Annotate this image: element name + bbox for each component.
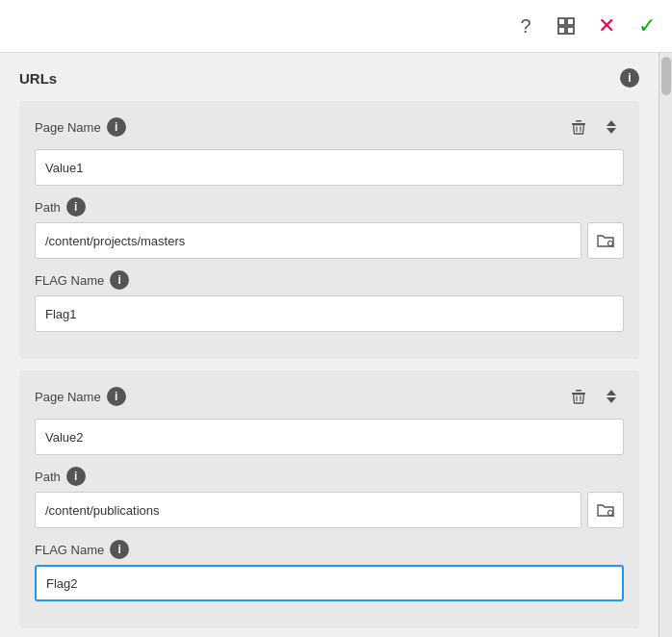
block1-path-info[interactable]: i: [66, 197, 86, 217]
help-icon[interactable]: ?: [512, 13, 539, 39]
block2-page-name-input[interactable]: [35, 419, 624, 455]
block2-page-name-info[interactable]: i: [107, 387, 126, 406]
svg-rect-2: [558, 27, 565, 34]
block1-flag-field: [35, 295, 624, 332]
block2-delete-icon[interactable]: [566, 384, 591, 409]
block1-path-label-row: Path i: [35, 197, 624, 217]
block2-path-field: [35, 492, 624, 528]
block2-path-label-row: Path i: [35, 467, 624, 486]
svg-rect-3: [567, 27, 574, 34]
block2-path-input[interactable]: [35, 492, 582, 528]
block1-delete-icon[interactable]: [566, 115, 591, 140]
block2-folder-browse-btn[interactable]: [587, 492, 624, 528]
svg-point-18: [608, 511, 613, 516]
top-bar: ? ✕ ✓: [0, 0, 672, 53]
block1-page-name-input[interactable]: [35, 149, 624, 186]
block1-path-input[interactable]: [35, 222, 582, 259]
svg-marker-9: [607, 128, 616, 134]
block1-page-name-row: Page Name i: [35, 115, 624, 140]
close-icon[interactable]: ✕: [593, 13, 620, 39]
svg-marker-8: [607, 120, 616, 126]
scrollbar-thumb[interactable]: [661, 57, 671, 95]
url-block-1: Page Name i: [19, 101, 639, 359]
block1-folder-browse-btn[interactable]: [587, 222, 624, 259]
scrollbar[interactable]: [659, 53, 672, 637]
expand-icon[interactable]: [553, 13, 580, 39]
main-content: URLs i Page Name i: [0, 53, 672, 637]
block2-actions: [566, 384, 624, 409]
block2-page-name-row: Page Name i: [35, 384, 624, 409]
confirm-icon[interactable]: ✓: [633, 13, 660, 39]
block1-page-name-label-group: Page Name i: [35, 117, 126, 137]
block2-flag-info[interactable]: i: [110, 540, 129, 559]
block2-path-input-row: [35, 492, 624, 528]
section-info-icon[interactable]: i: [620, 68, 639, 88]
block1-path-field: [35, 222, 624, 259]
url-block-2: Page Name i: [19, 370, 639, 628]
svg-rect-5: [576, 120, 582, 122]
svg-marker-17: [607, 397, 616, 403]
block2-path-info[interactable]: i: [66, 467, 86, 486]
block1-page-name-info[interactable]: i: [107, 117, 126, 137]
block1-flag-info[interactable]: i: [110, 270, 129, 290]
svg-rect-13: [576, 390, 582, 392]
block2-sort-icon[interactable]: [599, 384, 624, 409]
block2-flag-input[interactable]: [35, 565, 624, 601]
section-header: URLs i: [19, 68, 639, 88]
block2-page-name-label-group: Page Name i: [35, 387, 126, 406]
block1-actions: [566, 115, 624, 140]
block2-path-label: Path: [35, 470, 61, 484]
block2-flag-label: FLAG Name: [35, 543, 104, 557]
block2-page-name-label: Page Name: [35, 390, 101, 404]
block1-path-label: Path: [35, 200, 61, 215]
block1-flag-label: FLAG Name: [35, 273, 104, 288]
block1-flag-label-row: FLAG Name i: [35, 270, 624, 290]
block1-page-name-label: Page Name: [35, 120, 101, 135]
svg-point-10: [608, 242, 613, 246]
block1-page-name-field: [35, 149, 624, 186]
block1-flag-input[interactable]: [35, 295, 624, 332]
section-title: URLs: [19, 70, 57, 87]
block2-flag-field: [35, 565, 624, 601]
block1-sort-icon[interactable]: [599, 115, 624, 140]
svg-rect-1: [567, 18, 574, 25]
block2-page-name-field: [35, 419, 624, 455]
svg-rect-0: [558, 18, 565, 25]
svg-marker-16: [607, 390, 616, 395]
form-area: URLs i Page Name i: [0, 53, 659, 637]
block2-flag-label-row: FLAG Name i: [35, 540, 624, 559]
block1-path-input-row: [35, 222, 624, 259]
